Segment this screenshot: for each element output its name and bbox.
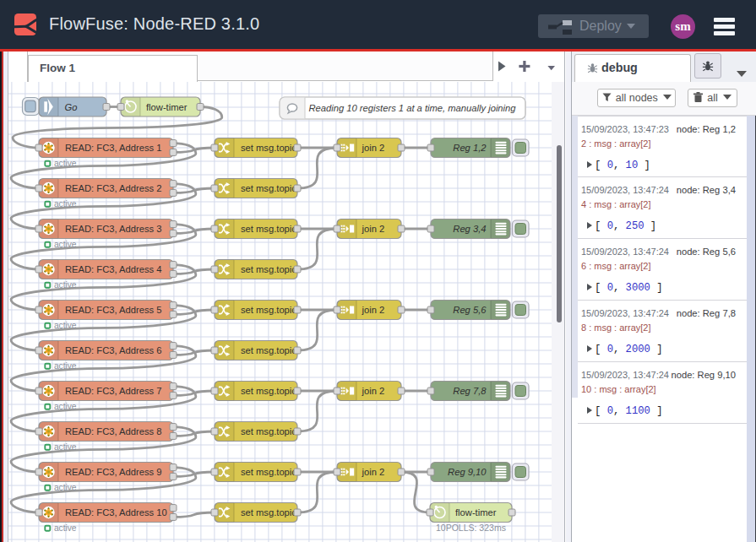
svg-text:active: active xyxy=(54,402,77,411)
svg-text:join 2: join 2 xyxy=(362,467,385,477)
svg-text:set msg.topic: set msg.topic xyxy=(241,507,296,518)
svg-text:Reg 9,10: Reg 9,10 xyxy=(448,467,487,477)
svg-text:active: active xyxy=(54,159,77,168)
svg-text:set msg.topic: set msg.topic xyxy=(241,345,296,355)
svg-text:READ: FC3, Address 1: READ: FC3, Address 1 xyxy=(65,143,161,153)
svg-text:join 2: join 2 xyxy=(362,305,385,315)
svg-text:Reg 5,6: Reg 5,6 xyxy=(453,305,487,315)
svg-text:Reg 1,2: Reg 1,2 xyxy=(453,143,487,153)
svg-text:READ: FC3, Address 10: READ: FC3, Address 10 xyxy=(65,507,167,518)
svg-text:active: active xyxy=(54,321,77,330)
svg-text:READ: FC3, Address 7: READ: FC3, Address 7 xyxy=(65,386,161,396)
svg-text:set msg.topic: set msg.topic xyxy=(241,183,296,193)
svg-text:Reg 3,4: Reg 3,4 xyxy=(453,224,486,234)
svg-text:set msg.topic: set msg.topic xyxy=(241,224,296,234)
svg-text:flow-timer: flow-timer xyxy=(455,507,497,518)
svg-text:active: active xyxy=(54,483,77,492)
svg-text:set msg.topic: set msg.topic xyxy=(241,426,296,436)
svg-text:READ: FC3, Address 9: READ: FC3, Address 9 xyxy=(65,467,161,477)
svg-text:set msg.topic: set msg.topic xyxy=(241,143,296,153)
svg-text:READ: FC3, Address 2: READ: FC3, Address 2 xyxy=(65,183,161,193)
svg-text:active: active xyxy=(54,280,77,290)
svg-text:READ: FC3, Address 5: READ: FC3, Address 5 xyxy=(65,305,161,315)
svg-text:active: active xyxy=(54,199,77,209)
svg-text:READ: FC3, Address 6: READ: FC3, Address 6 xyxy=(65,345,161,355)
svg-text:join 2: join 2 xyxy=(362,143,385,153)
svg-text:READ: FC3, Address 8: READ: FC3, Address 8 xyxy=(65,426,161,436)
svg-text:active: active xyxy=(54,240,77,249)
svg-text:set msg.topic: set msg.topic xyxy=(241,467,296,477)
svg-text:10POLLS: 323ms: 10POLLS: 323ms xyxy=(436,523,506,533)
svg-text:Reading 10 registers 1 at a ti: Reading 10 registers 1 at a time, manual… xyxy=(309,103,517,113)
svg-text:Go: Go xyxy=(65,102,78,112)
svg-text:active: active xyxy=(54,523,77,533)
svg-text:join 2: join 2 xyxy=(362,224,385,234)
svg-text:active: active xyxy=(54,361,77,371)
svg-text:join 2: join 2 xyxy=(362,386,385,396)
svg-text:flow-timer: flow-timer xyxy=(146,102,188,112)
svg-text:set msg.topic: set msg.topic xyxy=(241,305,296,315)
svg-text:set msg.topic: set msg.topic xyxy=(241,386,296,396)
svg-text:active: active xyxy=(54,442,77,452)
svg-text:Reg 7,8: Reg 7,8 xyxy=(453,386,487,396)
svg-text:READ: FC3, Address 4: READ: FC3, Address 4 xyxy=(65,264,161,274)
svg-text:set msg.topic: set msg.topic xyxy=(241,264,296,274)
svg-text:READ: FC3, Address 3: READ: FC3, Address 3 xyxy=(65,224,161,234)
